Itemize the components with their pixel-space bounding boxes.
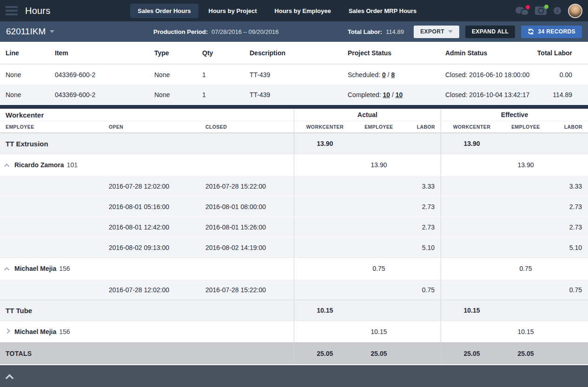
- col-actual-workcenter: WORKCENTER: [294, 121, 356, 132]
- tab-label: Hours by Employee: [275, 7, 331, 14]
- closed-timestamp: 2016-07-28 15:22:00: [200, 280, 294, 300]
- section-divider: [0, 105, 588, 109]
- export-button[interactable]: EXPORT: [414, 26, 459, 38]
- group-workcenter-label: Workcenter: [0, 111, 294, 119]
- project-status-total-link[interactable]: 10: [396, 91, 403, 98]
- effective-labor-hours: 2.73: [549, 217, 588, 237]
- info-icon[interactable]: [554, 7, 561, 14]
- chat-icon[interactable]: [515, 7, 528, 15]
- chevron-down-icon: [50, 30, 54, 33]
- open-timestamp: 2016-08-01 12:42:00: [103, 217, 200, 237]
- actual-workcenter-hours: 13.90: [294, 133, 356, 154]
- order-id: 62011IKM: [6, 26, 46, 37]
- closed-timestamp: 2016-08-01 08:00:00: [200, 197, 294, 216]
- employee-cell: Michael Mejia 156: [0, 258, 103, 279]
- camera-notification-dot: [544, 5, 548, 9]
- tab-sales-order-hours[interactable]: Sales Order Hours: [130, 4, 198, 18]
- actual-labor-hours: 2.73: [402, 217, 441, 237]
- workcenter-name: TT Extrusion: [0, 133, 103, 154]
- collapse-icon[interactable]: [4, 164, 9, 169]
- records-count-label: 34 RECORDS: [538, 28, 575, 35]
- col-qty: Qty: [197, 49, 244, 57]
- hours-table-subheader: EMPLOYEE OPEN CLOSED WORKCENTER EMPLOYEE…: [0, 121, 588, 133]
- employee-row[interactable]: Michael Mejia 156 0.75 0.75: [0, 257, 588, 279]
- total-labor-value: 114.89: [386, 28, 404, 35]
- employee-number: 156: [59, 328, 70, 335]
- expand-all-button[interactable]: EXPAND ALL: [465, 26, 515, 38]
- expand-icon[interactable]: [5, 328, 10, 334]
- col-line: Line: [0, 49, 49, 57]
- hours-table-body: TT Extrusion 13.90 13.90 Ricardo Zamora …: [0, 133, 588, 342]
- time-entry-row: 2016-07-28 12:02:00 2016-07-28 15:22:00 …: [0, 279, 588, 300]
- project-status-done-link[interactable]: 10: [383, 91, 390, 98]
- camera-icon[interactable]: [535, 7, 547, 15]
- employee-row[interactable]: Ricardo Zamora 101 13.90 13.90: [0, 154, 588, 176]
- bottom-bar: [0, 365, 588, 387]
- cell-admin-status: Closed: 2016-10-04 13:42:17: [440, 91, 536, 98]
- time-entry-row: 2016-07-28 12:02:00 2016-07-28 15:22:00 …: [0, 176, 588, 196]
- records-refresh-button[interactable]: 34 RECORDS: [521, 26, 582, 38]
- col-project-status: Project Status: [342, 49, 440, 57]
- tab-sales-order-mrp-hours[interactable]: Sales Order MRP Hours: [341, 4, 424, 18]
- workcenter-row: TT Extrusion 13.90 13.90: [0, 133, 588, 154]
- employee-row[interactable]: Michael Mejia 156 10.15 10.15: [0, 321, 588, 342]
- actual-labor-hours: 5.10: [402, 237, 441, 257]
- order-selector[interactable]: 62011IKM: [6, 26, 153, 37]
- cell-line: None: [0, 91, 49, 98]
- totals-actual-employee: 25.05: [356, 343, 402, 364]
- open-timestamp: 2016-08-02 09:13:00: [103, 237, 200, 257]
- totals-effective-employee: 25.05: [502, 343, 549, 364]
- chat-notification-dot: [526, 5, 530, 9]
- open-timestamp: 2016-08-01 05:16:00: [103, 197, 200, 216]
- scroll-to-top-icon[interactable]: [5, 374, 13, 382]
- effective-employee-hours: 0.75: [502, 258, 549, 279]
- time-entry-row: 2016-08-02 09:13:00 2016-08-02 14:19:00 …: [0, 237, 588, 257]
- effective-labor-hours: 2.73: [549, 197, 588, 216]
- avatar[interactable]: [568, 4, 582, 18]
- chevron-down-icon: [448, 30, 453, 33]
- total-labor-summary: Total Labor: 114.89: [348, 28, 414, 35]
- subheader-buttons: EXPORT EXPAND ALL 34 RECORDS: [414, 26, 582, 38]
- col-effective-labor: LABOR: [549, 124, 588, 130]
- col-actual-labor: LABOR: [402, 124, 441, 130]
- col-closed: CLOSED: [200, 124, 294, 130]
- project-status-text: Completed:: [348, 91, 381, 98]
- actual-labor-hours: 2.73: [402, 197, 441, 216]
- cell-project-status: Scheduled: 0 / 8: [342, 71, 440, 79]
- project-status-total-link[interactable]: 8: [391, 71, 395, 79]
- actual-employee-hours: 13.90: [356, 154, 402, 176]
- employee-number: 101: [67, 161, 78, 169]
- col-effective-workcenter: WORKCENTER: [441, 121, 502, 132]
- time-entry-row: 2016-08-01 12:42:00 2016-08-01 15:26:00 …: [0, 216, 588, 237]
- col-item: Item: [49, 49, 149, 57]
- cell-line: None: [0, 71, 49, 79]
- project-status-done-link[interactable]: 0: [382, 71, 386, 79]
- effective-employee-hours: 10.15: [502, 321, 549, 342]
- production-period-value: 07/28/2016 – 09/20/2016: [211, 28, 279, 35]
- workcenter-name: TT Tube: [0, 300, 103, 321]
- tab-hours-by-employee[interactable]: Hours by Employee: [267, 4, 338, 18]
- order-table-row: None 043369-600-2 None 1 TT-439 Complete…: [0, 85, 588, 105]
- cell-type: None: [149, 71, 197, 79]
- col-type: Type: [149, 49, 197, 57]
- cell-item: 043369-600-2: [49, 91, 149, 98]
- hours-table-group-header: Workcenter Actual Effective: [0, 109, 588, 121]
- actual-labor-hours: 3.33: [402, 176, 441, 196]
- group-actual-label: Actual: [294, 109, 441, 121]
- actual-employee-hours: 0.75: [356, 258, 402, 279]
- totals-effective-workcenter: 25.05: [441, 343, 502, 364]
- tab-hours-by-project[interactable]: Hours by Project: [201, 4, 264, 18]
- col-open: OPEN: [103, 124, 200, 130]
- topbar-actions: [515, 4, 582, 18]
- cell-admin-status: Closed: 2016-06-10 18:00:00: [440, 71, 536, 79]
- collapse-icon[interactable]: [4, 267, 9, 272]
- cell-description: TT-439: [244, 91, 342, 98]
- employee-name: Ricardo Zamora: [14, 161, 64, 169]
- page-title: Hours: [25, 6, 50, 16]
- cell-project-status: Completed: 10 / 10: [342, 91, 440, 98]
- order-table-body: None 043369-600-2 None 1 TT-439 Schedule…: [0, 64, 588, 105]
- actual-employee-hours: 10.15: [356, 321, 402, 342]
- group-effective-label: Effective: [441, 109, 588, 121]
- expand-all-label: EXPAND ALL: [472, 28, 509, 35]
- hamburger-menu-icon[interactable]: [6, 6, 18, 15]
